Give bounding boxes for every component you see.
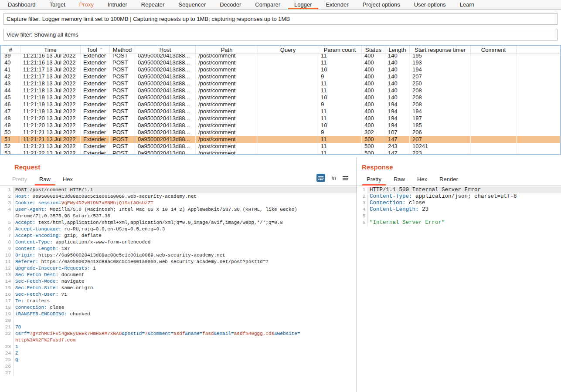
menu-tab-sequencer[interactable]: Sequencer [171, 0, 213, 9]
response-editor[interactable]: 1HTTP/1.1 500 Internal Server Error2Cont… [357, 186, 561, 392]
menu-tab-logger[interactable]: Logger [287, 0, 319, 9]
column-header-label: Status [365, 47, 381, 53]
log-row-39[interactable]: 3911:21:16 13 Jul 2022ExtenderPOST0a9500… [1, 54, 560, 59]
column-header-time[interactable]: Time [20, 46, 81, 54]
menu-tab-learn[interactable]: Learn [453, 0, 481, 9]
column-header-method[interactable]: Method [110, 46, 135, 54]
cell-num: 52 [1, 143, 20, 150]
cell-tool: Extender [81, 66, 110, 73]
request-tab-raw[interactable]: Raw [33, 173, 57, 185]
view-filter-bar[interactable]: View filter: Showing all items [3, 29, 558, 41]
cell-param_count: 11 [318, 136, 362, 143]
soft-wrap-icon [316, 174, 325, 182]
capture-filter-bar[interactable]: Capture filter: Logger memory limit set … [3, 13, 558, 25]
column-header-length[interactable]: Length [385, 46, 410, 54]
log-row-44[interactable]: 4411:21:18 13 Jul 2022ExtenderPOST0a9500… [1, 87, 560, 94]
menu-tab-project-options[interactable]: Project options [356, 0, 407, 9]
column-header-num[interactable]: # [1, 46, 20, 54]
response-line: 2Content-Type: application/json; charset… [357, 193, 561, 200]
log-row-41[interactable]: 4111:21:17 13 Jul 2022ExtenderPOST0a9500… [1, 66, 560, 73]
column-header-tool[interactable]: Tool⌃ [81, 46, 110, 54]
line-content: 78 [14, 324, 357, 331]
log-row-45[interactable]: 4511:21:19 13 Jul 2022ExtenderPOST0a9500… [1, 94, 560, 101]
menu-tab-repeater[interactable]: Repeater [134, 0, 171, 9]
editor-menu-button[interactable] [343, 176, 349, 181]
log-row-46[interactable]: 4611:21:19 13 Jul 2022ExtenderPOST0a9500… [1, 101, 560, 108]
line-number: 23 [0, 344, 14, 350]
log-row-49[interactable]: 4911:21:20 13 Jul 2022ExtenderPOST0a9500… [1, 122, 560, 129]
column-header-status[interactable]: Status [362, 46, 385, 54]
menu-tab-target[interactable]: Target [43, 0, 72, 9]
log-table-rows: 3911:21:16 13 Jul 2022ExtenderPOST0a9500… [1, 54, 560, 154]
soft-wrap-toggle-button[interactable] [316, 174, 325, 182]
cell-status: 500 [362, 150, 385, 154]
line-number: 3 [357, 200, 368, 206]
cell-status: 500 [362, 143, 385, 150]
log-row-48[interactable]: 4811:21:20 13 Jul 2022ExtenderPOST0a9500… [1, 115, 560, 122]
cell-method: POST [110, 94, 135, 101]
log-row-52[interactable]: 5211:21:21 13 Jul 2022ExtenderPOST0a9500… [1, 143, 560, 150]
cell-comment [471, 115, 517, 122]
column-header-label: Comment [481, 47, 506, 53]
menu-tab-decoder[interactable]: Decoder [213, 0, 248, 9]
request-editor[interactable]: 1POST /post/comment HTTP/1.12Host: 0a950… [0, 186, 357, 392]
response-tab-raw[interactable]: Raw [388, 173, 411, 185]
cell-param_count: 10 [318, 94, 362, 101]
cell-host: 0a9500020413d88... [135, 94, 196, 101]
menu-tab-proxy[interactable]: Proxy [72, 0, 101, 9]
log-row-43[interactable]: 4311:21:18 13 Jul 2022ExtenderPOST0a9500… [1, 80, 560, 87]
cell-comment [471, 122, 517, 129]
request-line: 24Z [0, 350, 357, 357]
menu-tab-comparer[interactable]: Comparer [248, 0, 287, 9]
line-content: Sec-Fetch-User: ?1 [14, 291, 357, 298]
line-content: csrf=7gYzhMCiFvi4gBEyUEEk7HmHSHM7xWAO&po… [14, 331, 357, 337]
cell-num: 43 [1, 80, 20, 87]
request-tab-hex[interactable]: Hex [57, 173, 79, 185]
cell-tool: Extender [81, 59, 110, 66]
request-line: 8Content-Type: application/x-www-form-ur… [0, 239, 357, 246]
line-number: 6 [357, 220, 368, 226]
column-header-path[interactable]: Path [196, 46, 258, 54]
cell-length: 194 [385, 122, 410, 129]
menu-tab-user-options[interactable]: User options [407, 0, 453, 9]
column-header-start-response-timer[interactable]: Start response timer [410, 46, 471, 54]
newline-toggle-icon[interactable]: \n [332, 175, 336, 181]
hamburger-icon [343, 178, 348, 179]
line-number: 15 [0, 285, 14, 291]
cell-status: 400 [362, 66, 385, 73]
request-editor-toolbar: \n [316, 174, 357, 185]
column-header-comment[interactable]: Comment [471, 46, 517, 54]
cell-length: 140 [385, 54, 410, 59]
cell-num: 42 [1, 73, 20, 80]
cell-num: 41 [1, 66, 20, 73]
cell-comment [471, 80, 517, 87]
request-line: 6Accept-Language: ru-RU,ru;q=0.8,en-US;q… [0, 226, 357, 233]
log-row-47[interactable]: 4711:21:19 13 Jul 2022ExtenderPOST0a9500… [1, 108, 560, 115]
cell-time: 11:21:19 13 Jul 2022 [20, 101, 81, 108]
log-row-50[interactable]: 5011:21:21 13 Jul 2022ExtenderPOST0a9500… [1, 129, 560, 136]
menu-tab-extender[interactable]: Extender [319, 0, 356, 9]
request-tab-pretty: Pretty [6, 173, 33, 185]
log-row-53[interactable]: 5311:21:22 13 Jul 2022ExtenderPOST0a9500… [1, 150, 560, 154]
cell-method: POST [110, 101, 135, 108]
log-row-51[interactable]: 5111:21:21 13 Jul 2022ExtenderPOST0a9500… [1, 136, 560, 143]
cell-path: /post/comment [196, 87, 258, 94]
menu-tab-intruder[interactable]: Intruder [101, 0, 134, 9]
cell-param_count: 11 [318, 108, 362, 115]
log-row-42[interactable]: 4211:21:17 13 Jul 2022ExtenderPOST0a9500… [1, 73, 560, 80]
column-header-query[interactable]: Query [258, 46, 318, 54]
line-content [14, 370, 357, 376]
response-tab-render[interactable]: Render [433, 173, 464, 185]
column-header-param-count[interactable]: Param count [318, 46, 362, 54]
column-header-filler [517, 46, 560, 54]
column-header-host[interactable]: Host [135, 46, 196, 54]
log-row-40[interactable]: 4011:21:16 13 Jul 2022ExtenderPOST0a9500… [1, 59, 560, 66]
column-header-label: Query [280, 47, 296, 53]
response-tab-hex[interactable]: Hex [411, 173, 433, 185]
menu-tab-dashboard[interactable]: Dashboard [1, 0, 43, 9]
response-panel: Response PrettyRawHexRender 1HTTP/1.1 50… [357, 157, 561, 392]
line-content: Sec-Fetch-Site: same-origin [14, 285, 357, 291]
response-tab-pretty[interactable]: Pretty [360, 173, 388, 185]
menu-bar: DashboardTargetProxyIntruderRepeaterSequ… [0, 0, 561, 10]
log-table-body[interactable]: 3911:21:16 13 Jul 2022ExtenderPOST0a9500… [1, 54, 560, 154]
